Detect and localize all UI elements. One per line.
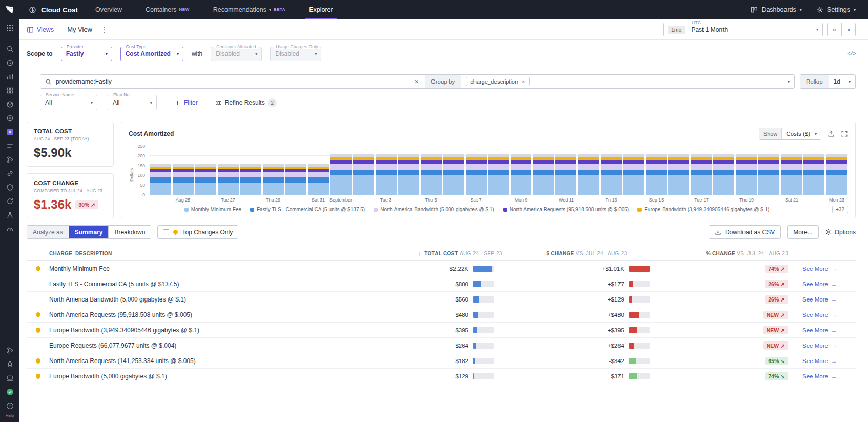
chart-bar[interactable] <box>330 146 352 195</box>
sidebar-item-infrastructure[interactable] <box>0 84 19 97</box>
table-row[interactable]: Monthly Minimum Fee $2.22K +$1.01K 74% ↗… <box>27 261 856 276</box>
chart-bar[interactable] <box>781 146 802 195</box>
chevron-down-icon[interactable]: ▾ <box>783 75 794 88</box>
charge-description-cell[interactable]: Monthly Minimum Fee <box>49 265 413 272</box>
download-csv-button[interactable]: Download as CSV <box>709 225 781 239</box>
legend-item[interactable]: North America Bandwidth (5,000 gigabytes… <box>374 207 494 212</box>
table-row[interactable]: Europe Bandwidth (3,949.340905446 gigaby… <box>27 323 856 338</box>
nav-containers[interactable]: ContainersNEW <box>146 0 190 19</box>
table-row[interactable]: Europe Bandwidth (5,000 gigabytes @ $.1)… <box>27 369 856 384</box>
chart-bar[interactable] <box>691 146 712 195</box>
charge-description-cell[interactable]: Europe Requests (66,077.9677 units @ $.0… <box>49 342 413 349</box>
charge-description-cell[interactable]: North America Requests (95,918.508 units… <box>49 311 413 318</box>
sidebar-item-workflows[interactable] <box>0 344 19 357</box>
chart-bar[interactable] <box>668 146 689 195</box>
settings-menu[interactable]: Settings▾ <box>816 6 856 13</box>
datadog-logo[interactable] <box>0 0 19 19</box>
sidebar-item-monitors[interactable] <box>0 222 19 236</box>
kebab-menu-icon[interactable]: ⋮ <box>97 25 111 34</box>
chart-bar[interactable] <box>736 146 757 195</box>
table-row[interactable]: North America Bandwidth (5,000 gigabytes… <box>27 292 856 307</box>
see-more-link[interactable]: See More → <box>802 281 856 287</box>
table-row[interactable]: North America Requests (95,918.508 units… <box>27 307 856 323</box>
dashboards-menu[interactable]: Dashboards▾ <box>751 6 801 13</box>
table-row[interactable]: Europe Requests (66,077.9677 units @ $.0… <box>27 338 856 353</box>
charge-description-cell[interactable]: North America Requests (141,253.334 unit… <box>49 357 413 365</box>
time-back-button[interactable]: « <box>828 23 841 36</box>
charge-description-cell[interactable]: Fastly TLS - Commercial CA (5 units @ $1… <box>49 280 413 288</box>
charge-description-cell[interactable]: Europe Bandwidth (3,949.340905446 gigaby… <box>49 327 413 334</box>
sidebar-item-security[interactable] <box>0 180 19 194</box>
legend-item[interactable]: Fastly TLS - Commercial CA (5 units @ $1… <box>250 207 365 212</box>
sidebar-item-bits-ai[interactable] <box>0 385 19 399</box>
chart-bar[interactable] <box>803 146 824 195</box>
sidebar-item-containers[interactable] <box>0 97 19 111</box>
sidebar-item-watchdog[interactable] <box>0 56 19 70</box>
sidebar-item-logs[interactable] <box>0 139 19 153</box>
chart-bar[interactable] <box>263 146 284 195</box>
remove-tag-icon[interactable]: × <box>522 78 525 85</box>
options-button[interactable]: Options <box>825 229 856 236</box>
chart-bar[interactable] <box>285 146 306 195</box>
see-more-link[interactable]: See More → <box>802 327 856 333</box>
sidebar-item-rum[interactable] <box>0 371 19 385</box>
chart-bar[interactable] <box>646 146 667 195</box>
sidebar-item-ci-visibility[interactable] <box>0 153 19 167</box>
code-icon[interactable]: </> <box>847 51 856 57</box>
see-more-link[interactable]: See More → <box>802 358 856 364</box>
see-more-link[interactable]: See More → <box>802 296 856 303</box>
sidebar-item-cloud-cost[interactable] <box>0 125 19 139</box>
show-select[interactable]: Costs ($) ▾ <box>782 128 821 139</box>
sidebar-item-search[interactable] <box>0 42 19 56</box>
fullscreen-icon[interactable] <box>841 130 848 137</box>
chart-bar[interactable] <box>150 146 171 195</box>
chart-bar[interactable] <box>623 146 644 195</box>
chart-bar[interactable] <box>713 146 734 195</box>
charge-description-cell[interactable]: North America Bandwidth (5,000 gigabytes… <box>49 296 413 303</box>
chart-bar[interactable] <box>421 146 442 195</box>
header-charge-description[interactable]: CHARGE_DESCRIPTION <box>49 251 413 256</box>
more-button[interactable]: More... <box>787 225 818 239</box>
chart-bar[interactable] <box>173 146 194 195</box>
sidebar-item-serverless[interactable] <box>0 357 19 371</box>
see-more-link[interactable]: See More → <box>802 312 856 318</box>
charge-description-cell[interactable]: Europe Bandwidth (5,000 gigabytes @ $.1) <box>49 373 413 380</box>
chart-bar[interactable] <box>578 146 599 195</box>
usage-charges-select[interactable]: Usage Charges Only Disabled ▾ <box>270 47 321 61</box>
group-by-area[interactable]: charge_description × <box>461 75 783 88</box>
chart-bar[interactable] <box>488 146 509 195</box>
chart-bar[interactable] <box>511 146 532 195</box>
sidebar-item-service-map[interactable] <box>0 167 19 180</box>
tab-breakdown[interactable]: Breakdown <box>108 226 151 238</box>
chart-bar[interactable] <box>308 146 329 195</box>
service-name-select[interactable]: Service Name All ▾ <box>40 95 97 110</box>
chart-bar[interactable] <box>376 146 397 195</box>
views-button[interactable]: Views <box>27 26 54 33</box>
legend-item[interactable]: Monthly Minimum Fee <box>184 207 241 212</box>
legend-item[interactable]: Europe Bandwidth (3,949.340905446 gigaby… <box>637 207 769 212</box>
header-total-cost[interactable]: ↓ TOTAL COST AUG 24 - SEP 23 <box>413 250 507 256</box>
chart-bar[interactable] <box>601 146 622 195</box>
cost-type-select[interactable]: Cost Type Cost Amortized ▾ <box>120 47 183 61</box>
add-filter-button[interactable]: Filter <box>174 99 198 106</box>
nav-explorer[interactable]: Explorer <box>309 0 333 19</box>
rollup-select[interactable]: 1d ▾ <box>829 75 855 88</box>
chart-bar[interactable] <box>758 146 779 195</box>
chart-bar[interactable] <box>443 146 464 195</box>
nav-recommendations[interactable]: Recommendations▾BETA <box>213 0 285 19</box>
chart-bar[interactable] <box>555 146 576 195</box>
top-changes-toggle[interactable]: Top Changes Only <box>157 225 238 239</box>
table-row[interactable]: North America Requests (141,253.334 unit… <box>27 353 856 369</box>
legend-overflow-badge[interactable]: +32 <box>832 206 848 213</box>
clear-search-icon[interactable]: × <box>413 77 420 86</box>
refine-results-button[interactable]: Refine Results 2 <box>215 98 277 107</box>
apps-grid-icon[interactable] <box>0 19 19 36</box>
group-by-tag[interactable]: charge_description × <box>466 77 529 86</box>
chart-bar[interactable] <box>240 146 261 195</box>
chart-bar[interactable] <box>353 146 374 195</box>
time-range-select[interactable]: UTC 1mo Past 1 Month ▾ <box>663 23 823 36</box>
search-input[interactable]: providername:Fastly × <box>40 75 425 88</box>
see-more-link[interactable]: See More → <box>802 343 856 349</box>
export-icon[interactable] <box>828 130 835 137</box>
provider-select[interactable]: Provider Fastly ▾ <box>61 47 112 61</box>
